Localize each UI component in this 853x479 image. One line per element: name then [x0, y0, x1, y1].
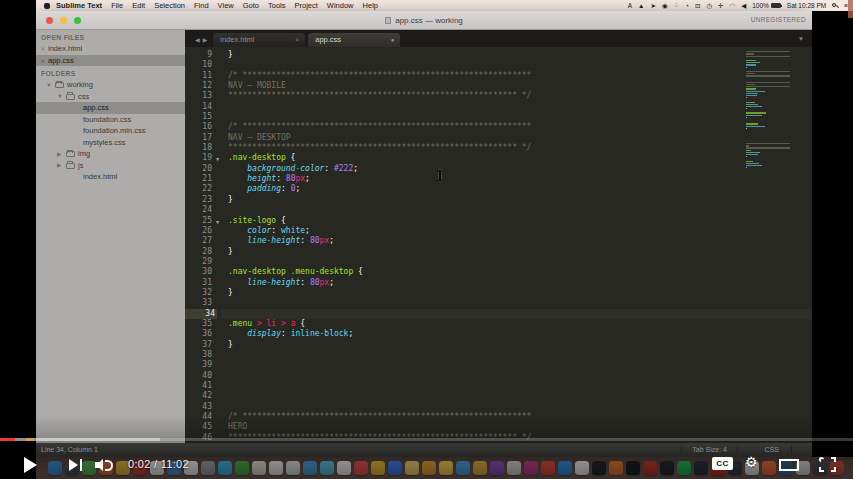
menu-item[interactable]: Help [363, 1, 378, 10]
drive-icon[interactable]: ▲ [638, 0, 644, 11]
code-line-41: 41 [185, 381, 812, 391]
fan-icon[interactable]: ✛ [718, 0, 723, 11]
tree-item-label: mystyles.css [83, 137, 126, 149]
modified-dot-icon[interactable]: ● [41, 55, 45, 67]
player-progress-bar[interactable] [0, 438, 853, 441]
code-line-36: 36 display: inline-block; [185, 329, 812, 339]
line-number: 25 [185, 216, 212, 226]
eye-icon[interactable]: ◉ [662, 0, 668, 11]
tree-item-img[interactable]: ▶img [36, 148, 185, 160]
menu-item[interactable]: Sublime Text [56, 1, 102, 10]
menu-item[interactable]: Window [327, 1, 354, 10]
line-number: 45 [185, 422, 212, 432]
spotlight-icon[interactable] [832, 3, 838, 9]
tree-item-foundation.min.css[interactable]: foundation.min.css [36, 125, 185, 137]
tab-close-icon[interactable]: × [295, 33, 299, 47]
menu-clock[interactable]: Sat 10:28 PM [787, 2, 826, 9]
folder-icon [66, 163, 75, 169]
tree-item-css[interactable]: ▼css [36, 91, 185, 103]
tree-expand-icon[interactable]: ▶ [57, 160, 61, 172]
code-line-13: 13**************************************… [185, 91, 812, 101]
alfred-icon[interactable]: A [628, 0, 632, 11]
theater-mode-button[interactable] [779, 459, 799, 471]
menu-item[interactable]: Project [295, 1, 318, 10]
code-line-22: 22 padding: 0; [185, 184, 812, 194]
hand-icon[interactable]: ➤ [650, 0, 655, 11]
tree-item-mystyles.css[interactable]: mystyles.css [36, 137, 185, 149]
line-number: 13 [185, 91, 212, 101]
menu-item[interactable]: Edit [132, 1, 145, 10]
menu-item[interactable]: View [218, 1, 234, 10]
menu-item[interactable]: File [111, 1, 123, 10]
progress-buffered [0, 438, 160, 441]
tabs: index.html×app.css● [213, 33, 403, 47]
tree-item-app.css[interactable]: app.css [36, 102, 185, 114]
battery-indicator[interactable]: 100% [752, 2, 781, 9]
code-line-30: 30.nav-desktop .menu-desktop { [185, 267, 812, 277]
tree-item-js[interactable]: ▶js [36, 160, 185, 172]
code-line-43: 43 [185, 402, 812, 412]
menu-item[interactable]: Find [194, 1, 209, 10]
menu-item[interactable]: Goto [243, 1, 259, 10]
open-file-index.html[interactable]: ×index.html [36, 43, 185, 55]
code-line-37: 37} [185, 340, 812, 350]
close-file-icon[interactable]: × [41, 43, 45, 55]
menu-item[interactable]: Selection [154, 1, 185, 10]
line-number: 29 [185, 257, 212, 267]
window-title-bar[interactable]: app.css — working UNREGISTERED [36, 11, 812, 30]
apple-menu-icon[interactable] [44, 3, 50, 9]
tree-expand-icon[interactable]: ▶ [57, 149, 61, 161]
code-line-9: 9} [185, 50, 812, 60]
line-number: 38 [185, 350, 212, 360]
line-number: 44 [185, 412, 212, 422]
clock-filled-icon[interactable]: ◔ [685, 0, 689, 11]
tree-expand-icon[interactable]: ▼ [46, 80, 51, 92]
next-button[interactable] [69, 459, 83, 471]
tab-overflow-icon[interactable]: ▼ [798, 36, 804, 42]
volume-icon[interactable]: ◀ [741, 0, 746, 11]
code-line-15: 15 [185, 112, 812, 122]
window-title: app.css — working [36, 16, 812, 25]
code-line-27: 27 line-height: 80px; [185, 236, 812, 246]
tab-index.html[interactable]: index.html× [213, 33, 305, 47]
fullscreen-button[interactable] [819, 457, 836, 472]
crosshair-icon[interactable]: ⁘ [674, 0, 679, 11]
code-editor[interactable]: 9}1011/* *******************************… [185, 47, 812, 443]
line-number: 37 [185, 340, 212, 350]
line-number: 35 [185, 319, 212, 329]
minimap[interactable] [746, 49, 792, 169]
editor-pane: ◀ ▶ index.html×app.css● ▼ 9}1011/* *****… [185, 30, 812, 443]
volume-button[interactable] [95, 458, 113, 472]
line-number: 12 [185, 81, 212, 91]
line-number: 18 [185, 143, 212, 153]
line-number: 16 [185, 122, 212, 132]
tree-item-label: app.css [83, 102, 109, 114]
code-line-25: 25▼.site-logo { [185, 216, 812, 226]
wifi-icon[interactable]: ◠ [730, 0, 736, 11]
captions-button[interactable]: CC [712, 457, 733, 470]
tree-item-working[interactable]: ▼working [36, 79, 185, 91]
airplay-icon[interactable]: ⊡ [695, 0, 700, 11]
menu-item[interactable]: Tools [268, 1, 286, 10]
tab-next-icon[interactable]: ▶ [203, 36, 208, 43]
play-button[interactable] [24, 457, 37, 473]
code-line-18: 18**************************************… [185, 143, 812, 153]
code-line-24: 24 [185, 205, 812, 215]
code-line-44: 44/* ***********************************… [185, 412, 812, 422]
tab-prev-icon[interactable]: ◀ [195, 36, 200, 43]
line-number: 43 [185, 402, 212, 412]
time-machine-icon[interactable]: ◷ [706, 0, 712, 11]
open-file-app.css[interactable]: ●app.css [36, 55, 185, 67]
settings-gear-icon[interactable]: ⚙ [745, 454, 758, 470]
line-number: 11 [185, 71, 212, 81]
tab-app.css[interactable]: app.css● [308, 33, 400, 47]
tree-item-foundation.css[interactable]: foundation.css [36, 114, 185, 126]
line-number: 41 [185, 381, 212, 391]
code-line-34: 34 [185, 309, 812, 319]
line-number: 32 [185, 288, 212, 298]
code-line-39: 39 [185, 360, 812, 370]
code-line-11: 11/* ***********************************… [185, 71, 812, 81]
tree-expand-icon[interactable]: ▼ [57, 91, 62, 103]
line-number: 21 [185, 174, 212, 184]
tree-item-index.html[interactable]: index.html [36, 171, 185, 183]
